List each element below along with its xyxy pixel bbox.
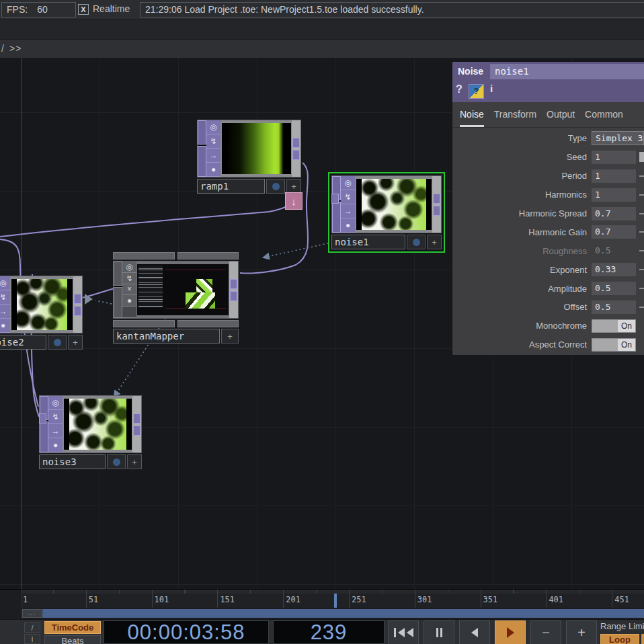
node-flags[interactable]	[332, 176, 341, 233]
param-value-field[interactable]: 1	[592, 188, 636, 202]
tab-output[interactable]: Output	[547, 109, 575, 127]
ruler-tick[interactable]: 151	[217, 594, 283, 608]
param-value-field[interactable]: 0.5	[592, 282, 636, 295]
network-path-bar[interactable]: / >>	[0, 40, 644, 58]
bypass-icon[interactable]: ↯	[48, 410, 63, 424]
node-name[interactable]: noise2	[0, 335, 46, 350]
param-slider-tick[interactable]	[636, 250, 644, 251]
ruler-tick[interactable]: 101	[152, 594, 218, 608]
clipped-button[interactable]	[641, 634, 644, 644]
param-value-field[interactable]: 0.7	[592, 225, 636, 239]
node-preview[interactable]	[137, 264, 229, 315]
node-outputs[interactable]	[432, 176, 441, 233]
insert-button[interactable]: I	[24, 634, 40, 644]
decrement-button[interactable]: −	[530, 620, 561, 644]
slash-button[interactable]: /	[24, 622, 40, 633]
arrow-icon[interactable]: →	[0, 305, 10, 319]
ruler-tick[interactable]: 251	[349, 594, 415, 608]
node-input[interactable]	[39, 413, 46, 424]
arrow-icon[interactable]: →	[48, 424, 63, 438]
path-chevrons[interactable]: >>	[9, 43, 22, 54]
param-toggle[interactable]: On	[592, 338, 636, 352]
node-noise3[interactable]: ◎ ↯ → ● noise3 +	[39, 395, 142, 469]
node-preview[interactable]	[11, 279, 73, 330]
viewer-icon[interactable]: ◎	[206, 120, 220, 134]
ruler-tick[interactable]: 201	[283, 594, 349, 608]
node-preview[interactable]	[64, 399, 132, 450]
lock-icon[interactable]: ●	[48, 438, 63, 452]
timeline-scrollbar[interactable]: ...	[0, 608, 644, 619]
param-value-field[interactable]: 1	[592, 151, 636, 164]
viewer-icon[interactable]: ◎	[122, 261, 136, 273]
path-segment[interactable]: /	[1, 43, 4, 54]
skip-to-start-button[interactable]	[388, 620, 419, 644]
param-slider-tick[interactable]	[636, 288, 644, 289]
param-toggle[interactable]: On	[592, 319, 636, 333]
timecode-mode-button[interactable]: TimeCode	[44, 621, 101, 634]
param-slider-tick[interactable]	[636, 194, 644, 196]
node-add-icon[interactable]: +	[221, 329, 239, 344]
param-slider-tick[interactable]	[636, 175, 644, 177]
param-slider-tick[interactable]	[636, 231, 644, 233]
node-color-dot[interactable]	[407, 235, 426, 249]
ruler-tick[interactable]: 401	[546, 594, 612, 608]
param-value-field[interactable]: 0.5	[592, 300, 636, 314]
operator-name-field[interactable]: noise1	[490, 64, 644, 79]
node-add-icon[interactable]: +	[127, 454, 142, 469]
play-button[interactable]	[495, 620, 526, 644]
param-value-field[interactable]: 0.7	[592, 207, 636, 220]
close-icon[interactable]: ×	[122, 284, 136, 296]
node-name[interactable]: noise3	[39, 454, 106, 469]
node-name[interactable]: noise1	[331, 235, 405, 249]
param-value-field[interactable]: 1	[592, 169, 636, 183]
realtime-checkbox[interactable]: X	[78, 4, 89, 15]
wire-drop-indicator[interactable]: ↓	[285, 192, 303, 210]
param-slider-tick[interactable]	[636, 269, 644, 270]
node-noise1[interactable]: ◎ ↯ → ● noise1 +	[331, 175, 442, 249]
loop-button[interactable]: Loop	[600, 634, 639, 644]
pause-button[interactable]	[424, 620, 454, 644]
param-slider-tick[interactable]	[636, 307, 644, 308]
param-value-field[interactable]: 0.33	[592, 263, 636, 276]
node-outputs[interactable]	[132, 396, 141, 452]
increment-button[interactable]: +	[566, 620, 597, 644]
node-color-dot[interactable]	[48, 335, 67, 350]
node-name[interactable]: ramp1	[197, 179, 265, 194]
node-noise2[interactable]: ◎ ↯ → ● noise2 +	[0, 276, 83, 350]
param-slider-tick[interactable]	[636, 213, 644, 214]
ruler-tick[interactable]: 51	[86, 594, 152, 608]
tab-transform[interactable]: Transform	[494, 109, 536, 127]
node-add-icon[interactable]: +	[427, 235, 442, 249]
node-flags[interactable]	[198, 120, 206, 177]
tab-noise[interactable]: Noise	[460, 109, 484, 127]
beats-mode-button[interactable]: Beats	[44, 635, 101, 644]
param-menu[interactable]: Simplex 3D	[592, 131, 644, 145]
python-help-icon[interactable]: ?	[469, 84, 484, 99]
param-slider-tick[interactable]	[636, 152, 644, 162]
node-flags[interactable]	[114, 261, 122, 318]
ruler-tick[interactable]: 301	[415, 594, 481, 608]
node-outputs[interactable]	[73, 276, 82, 333]
node-input[interactable]	[331, 194, 339, 204]
node-kantanmapper[interactable]: ◎ ↯ × ● kantanMapper +	[113, 252, 239, 344]
tab-common[interactable]: Common	[585, 109, 623, 127]
bypass-icon[interactable]: ↯	[206, 134, 220, 149]
node-outputs[interactable]	[229, 261, 238, 318]
help-icon[interactable]: ?	[456, 83, 462, 95]
step-back-button[interactable]	[459, 620, 490, 644]
node-color-dot[interactable]	[266, 179, 285, 194]
bypass-icon[interactable]: ↯	[341, 190, 355, 204]
viewer-icon[interactable]: ◎	[48, 396, 63, 410]
node-name[interactable]: kantanMapper	[113, 329, 220, 344]
bypass-icon[interactable]: ↯	[0, 290, 10, 305]
ruler-tick[interactable]: 1	[20, 594, 86, 608]
lock-icon[interactable]: ●	[0, 319, 10, 333]
node-preview[interactable]	[356, 179, 432, 230]
node-add-icon[interactable]: +	[286, 179, 301, 194]
lock-icon[interactable]: ●	[341, 218, 355, 233]
ruler-tick[interactable]: 451	[612, 594, 644, 608]
node-ramp1[interactable]: ◎ ↯ → ● ramp1 +	[197, 120, 301, 194]
timeline-ruler[interactable]: 151101151201251301351401451	[0, 589, 644, 608]
viewer-icon[interactable]: ◎	[341, 176, 355, 190]
viewer-icon[interactable]: ◎	[0, 276, 10, 290]
